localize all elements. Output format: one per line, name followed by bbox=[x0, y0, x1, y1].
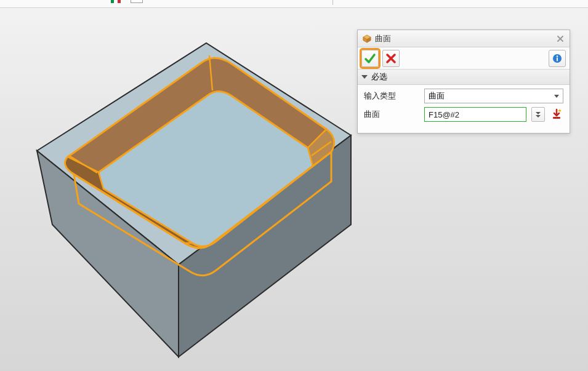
flag-icon bbox=[111, 0, 121, 3]
top-icons-group bbox=[111, 0, 143, 3]
panel-header: 曲面 bbox=[358, 30, 570, 47]
cancel-button[interactable] bbox=[382, 50, 400, 67]
surface-row: 曲面 F15@#2 bbox=[364, 107, 563, 122]
import-button[interactable] bbox=[550, 107, 563, 122]
required-section-header[interactable]: 必选 bbox=[358, 70, 570, 85]
top-toolbar-fragment bbox=[0, 0, 588, 8]
toolbar-separator bbox=[332, 0, 333, 5]
surface-input[interactable]: F15@#2 bbox=[424, 107, 526, 122]
viewport: 曲面 bbox=[0, 0, 588, 371]
cube-icon bbox=[363, 34, 371, 43]
svg-point-4 bbox=[557, 55, 558, 57]
input-type-label: 输入类型 bbox=[364, 90, 419, 102]
svg-rect-6 bbox=[553, 117, 560, 119]
surface-label: 曲面 bbox=[364, 109, 419, 120]
model-canvas[interactable] bbox=[25, 22, 382, 371]
input-type-value: 曲面 bbox=[429, 90, 445, 102]
input-type-row: 输入类型 曲面 bbox=[364, 89, 563, 103]
svg-rect-5 bbox=[557, 58, 558, 62]
input-type-select[interactable]: 曲面 bbox=[424, 89, 563, 103]
import-star-icon bbox=[551, 108, 562, 121]
required-section-label: 必选 bbox=[371, 71, 387, 82]
info-icon bbox=[552, 54, 562, 63]
surface-value: F15@#2 bbox=[429, 110, 459, 119]
surface-panel: 曲面 bbox=[357, 30, 570, 134]
close-button[interactable] bbox=[555, 33, 566, 44]
collapse-triangle-icon bbox=[361, 75, 368, 79]
panel-toolbar bbox=[358, 47, 570, 70]
panel-title: 曲面 bbox=[375, 33, 391, 44]
expand-button[interactable] bbox=[531, 107, 545, 122]
close-icon bbox=[557, 35, 564, 42]
required-section-body: 输入类型 曲面 曲面 F15@#2 bbox=[358, 85, 570, 133]
check-icon bbox=[364, 52, 376, 65]
ok-button[interactable] bbox=[361, 50, 379, 67]
chevron-down-icon bbox=[554, 95, 559, 98]
cross-icon bbox=[385, 53, 397, 64]
double-chevron-down-icon bbox=[536, 112, 541, 118]
dropdown-fragment bbox=[131, 0, 143, 3]
info-button[interactable] bbox=[549, 50, 566, 67]
